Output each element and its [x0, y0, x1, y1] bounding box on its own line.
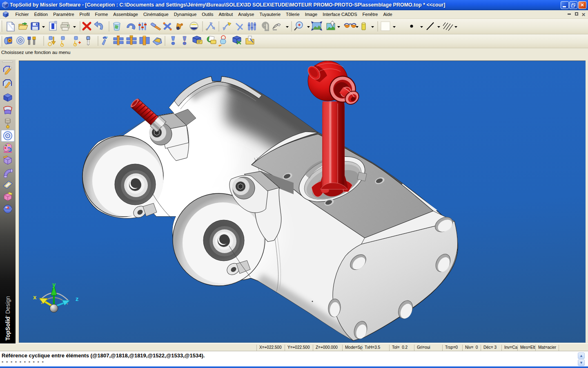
svg-text:x: x — [33, 294, 37, 301]
svg-text:o: o — [206, 27, 208, 31]
svg-text:TopSolid' Design: TopSolid' Design — [4, 296, 11, 341]
svg-text:z: z — [76, 295, 79, 302]
svg-text:y: y — [52, 281, 56, 288]
